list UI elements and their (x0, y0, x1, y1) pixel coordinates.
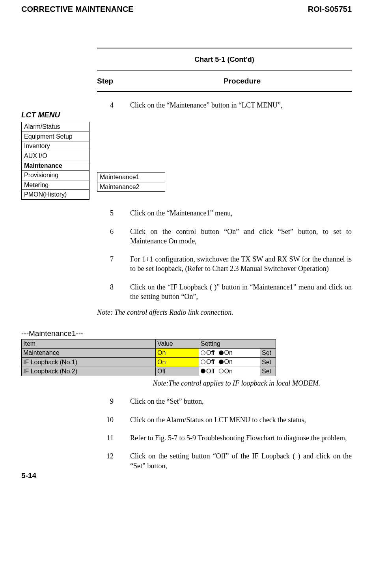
cell-value: Off (156, 367, 199, 376)
cell-value: On (156, 358, 199, 367)
menu-item-maintenance[interactable]: Maintenance (22, 161, 89, 171)
cell-setting: Off On (199, 367, 260, 376)
step-text: Click on the “Set” button, (117, 397, 352, 406)
step-text: Click on the “IF Loopback ( )” button in… (117, 282, 352, 302)
step-12: 12 Click on the setting button “Off” of … (102, 451, 352, 471)
lct-menu-list: Alarm/Status Equipment Setup Inventory A… (21, 122, 90, 200)
step-number: 8 (102, 282, 117, 302)
radio-on[interactable]: On (219, 358, 233, 366)
radio-off-label: Off (206, 367, 214, 376)
cell-item: IF Loopback (No.1) (22, 358, 156, 367)
divider (97, 91, 352, 92)
set-button[interactable]: Set (260, 348, 276, 357)
radio-on-label: On (224, 349, 233, 357)
step-number: 11 (102, 433, 117, 443)
step-text: Click on the Alarm/Status on LCT MENU to… (117, 415, 352, 425)
header-right: ROI-S05751 (308, 4, 352, 15)
step-8: 8 Click on the “IF Loopback ( )” button … (102, 282, 352, 302)
divider (97, 70, 352, 71)
radio-off[interactable]: Off (201, 358, 214, 366)
step-header-label: Step (97, 76, 132, 86)
menu-item-alarm-status[interactable]: Alarm/Status (22, 122, 89, 132)
step-text: Click on the setting button “Off” of the… (117, 451, 352, 471)
step-number: 4 (102, 100, 117, 110)
step-text: Click on the “Maintenance1” menu, (117, 208, 352, 218)
radio-off-label: Off (206, 358, 214, 366)
set-button[interactable]: Set (260, 367, 276, 376)
radio-icon (219, 351, 224, 355)
radio-on[interactable]: On (219, 367, 233, 376)
menu-item-inventory[interactable]: Inventory (22, 141, 89, 151)
cell-item: IF Loopback (No.2) (22, 367, 156, 376)
submenu-item-maintenance2[interactable]: Maintenance2 (97, 182, 165, 192)
radio-icon (201, 369, 205, 373)
lct-menu-block: LCT MENU Alarm/Status Equipment Setup In… (21, 110, 352, 200)
menu-item-metering[interactable]: Metering (22, 180, 89, 190)
radio-icon (219, 369, 224, 373)
set-button[interactable]: Set (260, 358, 276, 367)
menu-item-provisioning[interactable]: Provisioning (22, 171, 89, 180)
cell-setting: Off On (199, 348, 260, 357)
step-text: Click on the “Maintenance” button in “LC… (117, 100, 352, 110)
radio-off[interactable]: Off (201, 367, 214, 376)
col-value: Value (156, 339, 199, 349)
header-left: CORRECTIVE MAINTENANCE (21, 4, 133, 15)
maintenance-submenu: Maintenance1 Maintenance2 (97, 172, 165, 192)
table-row-if-loopback-1: IF Loopback (No.1) On Off On Set (22, 358, 276, 367)
radio-icon (219, 360, 224, 364)
step-number: 7 (102, 254, 117, 274)
radio-on[interactable]: On (219, 349, 233, 357)
step-5: 5 Click on the “Maintenance1” menu, (102, 208, 352, 218)
step-number: 9 (102, 397, 117, 406)
step-number: 6 (102, 227, 117, 246)
step-10: 10 Click on the Alarm/Status on LCT MENU… (102, 415, 352, 425)
col-item: Item (22, 339, 156, 349)
note-radio-link: Note: The control affects Radio link con… (97, 308, 352, 317)
step-4: 4 Click on the “Maintenance” button in “… (102, 100, 352, 110)
menu-item-pmon-history[interactable]: PMON(History) (22, 190, 89, 199)
procedure-header-label: Procedure (132, 76, 352, 86)
step-procedure-header: Step Procedure (97, 74, 352, 89)
page-number: 5-14 (21, 471, 36, 481)
step-text: Click on the control button “On” and cli… (117, 227, 352, 246)
menu-item-aux-io[interactable]: AUX I/O (22, 151, 89, 161)
table-row-maintenance: Maintenance On Off On Set (22, 348, 276, 357)
lct-menu-title: LCT MENU (21, 110, 352, 120)
col-setting: Setting (199, 339, 276, 349)
cell-item: Maintenance (22, 348, 156, 357)
radio-on-label: On (224, 358, 233, 366)
table-row-if-loopback-2: IF Loopback (No.2) Off Off On Set (22, 367, 276, 376)
step-text: For 1+1 configuration, switchover the TX… (117, 254, 352, 274)
cell-setting: Off On (199, 358, 260, 367)
chart-title: Chart 5-1 (Cont'd) (97, 51, 352, 68)
step-11: 11 Refer to Fig. 5-7 to 5-9 Troubleshoot… (102, 433, 352, 443)
step-number: 10 (102, 415, 117, 425)
menu-item-equipment-setup[interactable]: Equipment Setup (22, 132, 89, 142)
maintenance1-section-title: ---Maintenance1--- (21, 328, 352, 339)
maintenance1-table: Item Value Setting Maintenance On Off On… (21, 339, 276, 376)
step-6: 6 Click on the control button “On” and c… (102, 227, 352, 246)
step-7: 7 For 1+1 configuration, switchover the … (102, 254, 352, 274)
radio-off-label: Off (206, 349, 214, 357)
table-header-row: Item Value Setting (22, 339, 276, 349)
cell-value: On (156, 348, 199, 357)
submenu-item-maintenance1[interactable]: Maintenance1 (97, 173, 165, 182)
radio-icon (201, 360, 205, 364)
radio-on-label: On (224, 367, 233, 376)
step-text: Refer to Fig. 5-7 to 5-9 Troubleshooting… (117, 433, 352, 443)
radio-off[interactable]: Off (201, 349, 214, 357)
radio-icon (201, 351, 205, 355)
divider (97, 48, 352, 48)
step-number: 12 (102, 451, 117, 471)
step-number: 5 (102, 208, 117, 218)
note-local-modem: Note:The control applies to IF loopback … (110, 378, 363, 388)
step-9: 9 Click on the “Set” button, (102, 397, 352, 406)
